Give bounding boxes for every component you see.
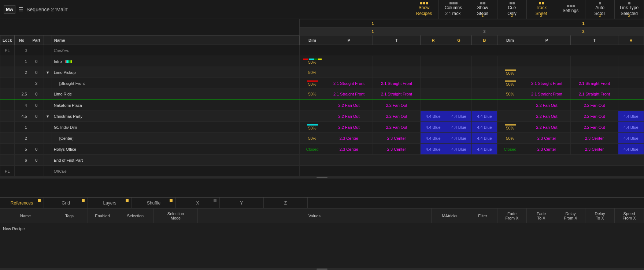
col-name: Name — [52, 35, 299, 45]
scroll-thumb-bottom — [317, 269, 327, 270]
tab-references[interactable]: References — [0, 198, 44, 208]
bh-values: Values — [198, 209, 432, 223]
bh-sel-mode: Selection Mode — [154, 209, 198, 223]
table-row[interactable]: 2 [Straight Front 50% 2.1 Straight Front… — [0, 78, 644, 89]
header-section-nums: 1 1 — [0, 19, 644, 27]
bh-matricks: MAtricks — [432, 209, 468, 223]
bottom-body: New Recipe — [0, 223, 644, 268]
col-p1: P — [325, 35, 373, 45]
main-content: 1 1 1 2 2 Lock No Part Name Dim — [0, 19, 644, 270]
col-lock: Lock — [0, 35, 15, 45]
bh-delay-from-x: Delay From X — [556, 209, 585, 223]
list-item[interactable]: New Recipe — [0, 223, 644, 234]
link-type-button[interactable]: Link Type Selected 2 — [615, 0, 644, 19]
recipe-name: New Recipe — [0, 225, 51, 232]
bh-filter: Filter — [468, 209, 497, 223]
bh-delay-to-x: Delay To X — [585, 209, 615, 223]
table-row[interactable]: 4 0 Nakatomi Plaza 2.2 Fan Out 2.2 Fan O… — [0, 100, 644, 111]
col-dim1: Dim — [300, 35, 325, 45]
toolbar-buttons: Show Recipes Columns 2 'Track' Show Step… — [95, 0, 644, 19]
ma-logo[interactable]: MA — [4, 5, 15, 14]
col-dim2: Dim — [497, 35, 523, 45]
section2-label: 2 — [523, 27, 644, 35]
auto-scroll-button[interactable]: Auto Scroll 2 — [585, 0, 615, 19]
col-r1: R — [421, 35, 446, 45]
col-part: Part — [29, 35, 44, 45]
cue-only-button[interactable]: Cue Only 2 — [497, 0, 527, 19]
col-arrow — [44, 35, 52, 45]
bh-fade-to-x: Fade To X — [527, 209, 556, 223]
col-g1: G — [446, 35, 472, 45]
no-cell: 0 — [14, 45, 29, 56]
tab-z[interactable]: Z — [264, 198, 308, 208]
table-row[interactable]: 5 0 Hollys Office Closed 2.3 Center 2.3 … — [0, 144, 644, 155]
toolbar-left: MA ☰ Sequence 2 'Main' — [0, 0, 95, 19]
table-row[interactable]: 2 [Center] 50% 2.3 Center 2.3 Center 4.4… — [0, 133, 644, 144]
bh-fade-from-x: Fade From X — [497, 209, 527, 223]
bottom-horizontal-scrollbar[interactable] — [0, 268, 644, 270]
col-b1: B — [472, 35, 497, 45]
lock-cell: PL — [0, 45, 15, 56]
tab-shuffle[interactable]: Shuffle — [132, 198, 176, 208]
col-t2: T — [571, 35, 618, 45]
show-recipes-button[interactable]: Show Recipes — [410, 0, 439, 19]
bh-selection: Selection — [117, 209, 154, 223]
bottom-column-headers: Name Tags Enabled Selection Selection Mo… — [0, 209, 644, 223]
sequence-table-wrapper: 1 1 1 2 2 Lock No Part Name Dim — [0, 19, 644, 197]
settings-button[interactable]: Settings — [556, 0, 585, 19]
table-row[interactable]: PL 0 CueZero — [0, 45, 644, 56]
menu-icon[interactable]: ☰ — [18, 6, 23, 13]
col-t1: T — [373, 35, 421, 45]
section2-number: 1 — [523, 19, 644, 27]
track-sheet-button[interactable]: Track Sheet 2 — [527, 0, 556, 19]
table-row[interactable]: 2.5 0 Limo Ride 50% 2.1 Straight Front 2… — [0, 89, 644, 100]
column-headers: Lock No Part Name Dim P T R G B Dim P T … — [0, 35, 644, 45]
bh-speed-from-x: Speed From X — [615, 209, 644, 223]
col-no: No — [14, 35, 29, 45]
bh-name: Name — [0, 209, 51, 223]
table-row[interactable]: PL OffCue — [0, 166, 644, 177]
section1-number: 1 — [300, 19, 446, 27]
columns-button[interactable]: Columns 2 'Track' — [439, 0, 468, 19]
show-steps-button[interactable]: Show Steps 1 — [468, 0, 497, 19]
table-row[interactable]: 4.5 0 ▼ Christmas Party 2.2 Fan Out 2.2 … — [0, 111, 644, 122]
name-cell: CueZero — [52, 45, 299, 56]
toolbar: MA ☰ Sequence 2 'Main' Show Recipes Colu… — [0, 0, 644, 19]
bh-tags: Tags — [51, 209, 88, 223]
bottom-tabs: References Grid Layers Shuffle X Y — [0, 198, 644, 209]
col-p2: P — [523, 35, 571, 45]
table-row[interactable]: 1 0 Intro — [0, 56, 644, 67]
tab-y[interactable]: Y — [220, 198, 264, 208]
table-row[interactable]: 2 0 ▼ Limo Pickup 50% 50% — [0, 67, 644, 78]
col-r2: R — [618, 35, 644, 45]
horizontal-scrollbar[interactable] — [0, 177, 644, 179]
sequence-table: 1 1 1 2 2 Lock No Part Name Dim — [0, 19, 644, 177]
bh-enabled: Enabled — [88, 209, 117, 223]
header-section-labels: 1 2 2 — [0, 27, 644, 35]
sequence-rows: PL 0 CueZero 1 0 Intro — [0, 45, 644, 177]
sequence-title: Sequence 2 'Main' — [26, 7, 68, 12]
bottom-panel: References Grid Layers Shuffle X Y — [0, 197, 644, 270]
arrow-cell — [44, 45, 52, 56]
tab-layers[interactable]: Layers — [88, 198, 132, 208]
part-cell — [29, 45, 44, 56]
table-row[interactable]: 6 0 End of First Part — [0, 155, 644, 166]
scroll-thumb — [317, 177, 327, 178]
tab-grid[interactable]: Grid — [44, 198, 88, 208]
tab-x[interactable]: X — [176, 198, 220, 208]
table-row[interactable]: 1 G1 Indiv Dim 50% 2.2 Fan Out 2.2 Fan O… — [0, 122, 644, 133]
section1-label: 1 — [300, 27, 446, 35]
